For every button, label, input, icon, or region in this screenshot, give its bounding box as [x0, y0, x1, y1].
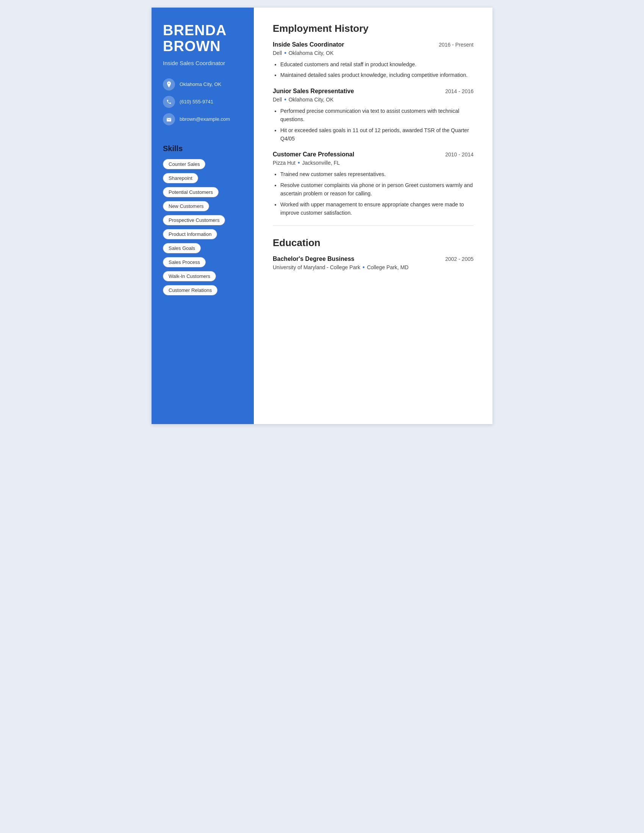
company-name: Pizza Hut [273, 160, 295, 166]
job-header: Inside Sales Coordinator2016 - Present [273, 41, 473, 48]
job-bullets: Educated customers and retail staff in p… [273, 60, 473, 79]
list-item: Resolve customer complaints via phone or… [280, 181, 473, 198]
employment-section: Employment History Inside Sales Coordina… [273, 23, 473, 217]
company-name: Dell [273, 50, 282, 56]
job-bullets: Trained new customer sales representativ… [273, 170, 473, 217]
school-name: University of Maryland - College Park [273, 264, 360, 270]
job-block: Inside Sales Coordinator2016 - PresentDe… [273, 41, 473, 79]
jobs-container: Inside Sales Coordinator2016 - PresentDe… [273, 41, 473, 217]
job-header: Junior Sales Representative2014 - 2016 [273, 88, 473, 95]
skill-badge: Walk-In Customers [163, 271, 216, 281]
skills-section: Skills Counter SalesSharepointPotential … [163, 144, 242, 295]
skill-badge: Potential Customers [163, 187, 219, 197]
job-block: Customer Care Professional2010 - 2014Piz… [273, 151, 473, 217]
sidebar: BRENDABROWN Inside Sales Coordinator Okl… [151, 8, 254, 424]
skill-badge: Counter Sales [163, 159, 205, 169]
job-company: Pizza Hut•Jacksonville, FL [273, 159, 473, 166]
section-divider [273, 225, 473, 226]
edu-dates: 2002 - 2005 [445, 256, 473, 262]
phone-icon [163, 96, 175, 108]
skills-heading: Skills [163, 144, 242, 153]
job-company: Dell•Oklahoma City, OK [273, 96, 473, 103]
phone-text: (610) 555-9741 [180, 99, 213, 105]
list-item: Hit or exceeded sales goals in 11 out of… [280, 126, 473, 143]
job-dates: 2010 - 2014 [445, 151, 473, 158]
education-section: Education Bachelor's Degree Business 200… [273, 237, 473, 271]
email-text: bbrown@example.com [180, 116, 230, 122]
job-header: Customer Care Professional2010 - 2014 [273, 151, 473, 158]
job-bullets: Performed precise communication via text… [273, 107, 473, 143]
resume-container: BRENDABROWN Inside Sales Coordinator Okl… [151, 8, 493, 424]
edu-block: Bachelor's Degree Business 2002 - 2005 U… [273, 256, 473, 271]
skill-badge: Product Information [163, 229, 217, 239]
email-icon [163, 113, 175, 125]
list-item: Worked with upper management to ensure a… [280, 200, 473, 217]
location-text: Oklahoma City, OK [180, 81, 221, 87]
skill-badge: Prospective Customers [163, 215, 225, 225]
education-container: Bachelor's Degree Business 2002 - 2005 U… [273, 256, 473, 271]
list-item: Performed precise communication via text… [280, 107, 473, 124]
list-item: Trained new customer sales representativ… [280, 170, 473, 178]
location-icon [163, 78, 175, 90]
contact-location: Oklahoma City, OK [163, 78, 242, 90]
contact-phone: (610) 555-9741 [163, 96, 242, 108]
company-location: Oklahoma City, OK [289, 96, 334, 103]
list-item: Educated customers and retail staff in p… [280, 60, 473, 69]
job-block: Junior Sales Representative2014 - 2016De… [273, 88, 473, 143]
main-content: Employment History Inside Sales Coordina… [254, 8, 493, 424]
company-location: Jacksonville, FL [302, 160, 340, 166]
edu-school: University of Maryland - College Park • … [273, 264, 473, 271]
school-separator: • [362, 264, 365, 271]
edu-degree: Bachelor's Degree Business [273, 256, 354, 262]
skill-badge: New Customers [163, 201, 209, 211]
skill-badge: Customer Relations [163, 285, 217, 295]
job-company: Dell•Oklahoma City, OK [273, 50, 473, 56]
contact-section: Oklahoma City, OK (610) 555-9741 bbrown@… [163, 78, 242, 125]
candidate-name: BRENDABROWN [163, 23, 242, 55]
list-item: Maintained detailed sales product knowle… [280, 71, 473, 79]
skill-badge: Sharepoint [163, 173, 198, 183]
company-separator: • [284, 96, 287, 103]
contact-email: bbrown@example.com [163, 113, 242, 125]
job-title: Junior Sales Representative [273, 88, 354, 95]
edu-header: Bachelor's Degree Business 2002 - 2005 [273, 256, 473, 262]
company-location: Oklahoma City, OK [289, 50, 334, 56]
education-heading: Education [273, 237, 473, 249]
employment-heading: Employment History [273, 23, 473, 34]
company-separator: • [298, 159, 300, 166]
skills-list: Counter SalesSharepointPotential Custome… [163, 159, 242, 295]
skill-badge: Sales Process [163, 257, 206, 267]
school-location: College Park, MD [367, 264, 409, 270]
job-dates: 2014 - 2016 [445, 88, 473, 94]
skill-badge: Sales Goals [163, 243, 201, 253]
candidate-title: Inside Sales Coordinator [163, 59, 242, 67]
company-separator: • [284, 50, 287, 56]
job-title: Inside Sales Coordinator [273, 41, 344, 48]
job-dates: 2016 - Present [439, 42, 473, 48]
company-name: Dell [273, 96, 282, 103]
job-title: Customer Care Professional [273, 151, 354, 158]
